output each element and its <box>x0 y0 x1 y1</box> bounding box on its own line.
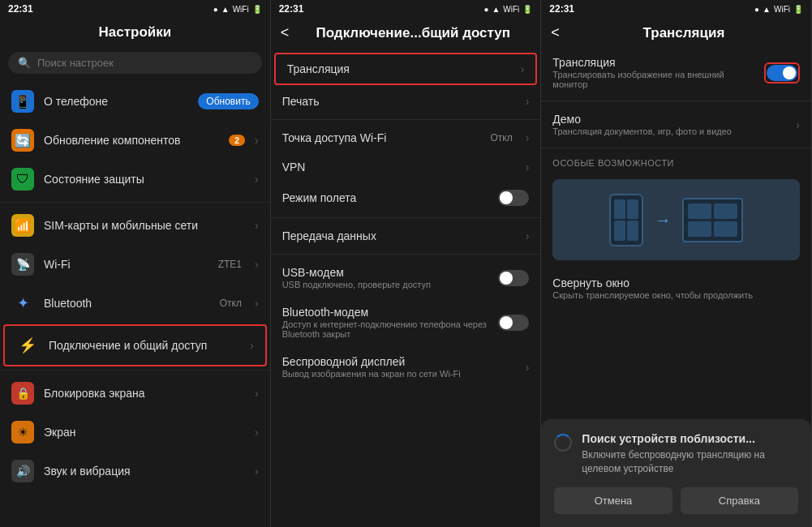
battery-icon: 🔋 <box>252 5 262 14</box>
connections-header: < Подключение...бщий доступ <box>271 18 541 48</box>
connections-item-print[interactable]: Печать › <box>271 87 541 116</box>
dialog-cancel-button[interactable]: Отмена <box>554 487 672 514</box>
settings-item-wifi[interactable]: 📡 Wi-Fi ZTE1 › <box>0 245 270 284</box>
phone-mock <box>609 194 643 246</box>
btmodem-label: Bluetooth-модем <box>282 306 489 319</box>
monitor-cell-1 <box>688 204 711 219</box>
connections-item-btmodem[interactable]: Bluetooth-модем Доступ к интернет-подклю… <box>271 298 541 347</box>
cast-chevron: › <box>521 62 525 75</box>
bluetooth-value: Откл <box>220 298 242 309</box>
update-button[interactable]: Обновить <box>198 93 258 109</box>
updates-badge: 2 <box>229 135 245 146</box>
panel-settings: 22:31 ● ▲ WiFi 🔋 Настройки 🔍 📱 О телефон… <box>0 0 271 527</box>
time-2: 22:31 <box>279 3 304 15</box>
vpn-label: VPN <box>282 161 516 174</box>
phone-cell-2 <box>627 199 638 220</box>
hotspot-chevron: › <box>526 131 530 144</box>
cast-shrink-item[interactable]: Свернуть окно Скрыть транслируемое окно,… <box>541 268 811 308</box>
airplane-toggle[interactable] <box>498 190 529 206</box>
connections-item-airplane[interactable]: Режим полета <box>271 182 541 214</box>
connections-item-usbmodem[interactable]: USB-модем USB подключено, проверьте дост… <box>271 258 541 298</box>
updates-chevron: › <box>255 134 259 147</box>
battery-icon-3: 🔋 <box>793 5 803 14</box>
security-label: Состояние защиты <box>44 173 245 186</box>
settings-item-bluetooth[interactable]: ✦ Bluetooth Откл › <box>0 284 270 323</box>
battery-icon-2: 🔋 <box>522 5 532 14</box>
settings-list: 📱 О телефоне Обновить 🔄 Обновление компо… <box>0 79 270 527</box>
settings-item-connections[interactable]: ⚡ Подключение и общий доступ › <box>3 324 267 366</box>
usbmodem-toggle[interactable] <box>498 270 529 286</box>
divider-p2-3 <box>271 254 541 255</box>
privacy-icon-2: ● <box>483 5 488 14</box>
sim-icon: 📶 <box>11 214 34 237</box>
wifi-status-icon-2: WiFi <box>503 5 519 14</box>
dialog-content: Поиск устройств поблизости... Включите б… <box>554 432 798 476</box>
status-icons-1: ● ▲ WiFi 🔋 <box>213 5 262 14</box>
wifi-value: ZTE1 <box>218 259 242 270</box>
panel-cast: 22:31 ● ▲ WiFi 🔋 < Трансляция Трансляция… <box>541 0 812 527</box>
lock-chevron: › <box>255 387 259 400</box>
divider-1 <box>0 202 270 203</box>
back-button-2[interactable]: < <box>281 24 290 41</box>
sound-chevron: › <box>255 465 259 478</box>
lock-icon: 🔒 <box>11 382 34 405</box>
cast-toggle[interactable] <box>767 65 797 81</box>
settings-header: Настройки <box>0 18 270 47</box>
settings-item-lock[interactable]: 🔒 Блокировка экрана › <box>0 374 270 413</box>
wifi-icon: 📡 <box>11 253 34 276</box>
signal-icon: ▲ <box>221 5 230 14</box>
status-icons-2: ● ▲ WiFi 🔋 <box>483 5 532 14</box>
settings-title: Настройки <box>10 24 260 41</box>
connections-item-hotspot[interactable]: Точка доступа Wi-Fi Откл › <box>271 123 541 152</box>
bluetooth-chevron: › <box>255 297 259 310</box>
cast-item-sublabel: Транслировать изображение на внешний мон… <box>552 70 754 89</box>
dialog-body: Включите беспроводную трансляцию на целе… <box>582 448 798 476</box>
cast-item-label: Трансляция <box>552 56 754 69</box>
divider-p2-2 <box>271 217 541 218</box>
cast-toggle-item[interactable]: Трансляция Транслировать изображение на … <box>541 48 811 97</box>
connections-item-cast[interactable]: Трансляция › <box>274 53 538 85</box>
back-button-3[interactable]: < <box>551 24 560 41</box>
connections-item-wireless[interactable]: Беспроводной дисплей Вывод изображения н… <box>271 347 541 387</box>
settings-item-security[interactable]: 🛡 Состояние защиты › <box>0 160 270 199</box>
usbmodem-sublabel: USB подключено, проверьте доступ <box>282 280 489 289</box>
updates-label: Обновление компонентов <box>44 134 219 147</box>
cast-header: < Трансляция <box>541 18 811 48</box>
updates-icon: 🔄 <box>11 129 34 152</box>
sim-chevron: › <box>255 219 259 232</box>
settings-item-sound[interactable]: 🔊 Звук и вибрация › <box>0 452 270 491</box>
wifi-label: Wi-Fi <box>44 258 208 271</box>
monitor-cell-2 <box>714 204 737 219</box>
phone-cell-4 <box>627 221 638 241</box>
divider-cast-1 <box>541 101 811 101</box>
search-bar[interactable]: 🔍 <box>8 52 262 74</box>
security-icon: 🛡 <box>11 168 34 191</box>
divider-p2-1 <box>271 119 541 120</box>
divider-2 <box>0 370 270 371</box>
settings-item-display[interactable]: ☀ Экран › <box>0 413 270 452</box>
cast-content: Трансляция Транслировать изображение на … <box>541 48 811 527</box>
monitor-cell-3 <box>688 221 711 237</box>
settings-item-about[interactable]: 📱 О телефоне Обновить <box>0 82 270 121</box>
time-3: 22:31 <box>549 3 574 15</box>
privacy-icon-3: ● <box>754 5 759 14</box>
connections-item-vpn[interactable]: VPN › <box>271 152 541 182</box>
search-icon: 🔍 <box>18 57 31 69</box>
phone-grid <box>614 199 638 241</box>
sound-icon: 🔊 <box>11 460 34 482</box>
btmodem-toggle[interactable] <box>498 315 529 331</box>
search-input[interactable] <box>37 57 252 69</box>
settings-item-updates[interactable]: 🔄 Обновление компонентов 2 › <box>0 121 270 160</box>
cast-title: Трансляция <box>566 25 801 41</box>
dialog-text: Поиск устройств поблизости... Включите б… <box>582 432 798 476</box>
panel-connections: 22:31 ● ▲ WiFi 🔋 < Подключение...бщий до… <box>271 0 542 527</box>
status-bar-2: 22:31 ● ▲ WiFi 🔋 <box>271 0 541 18</box>
display-chevron: › <box>255 426 259 439</box>
settings-item-sim[interactable]: 📶 SIM-карты и мобильные сети › <box>0 206 270 245</box>
search-dialog: Поиск устройств поблизости... Включите б… <box>541 419 811 527</box>
dialog-help-button[interactable]: Справка <box>681 487 798 514</box>
connections-item-datatransfer[interactable]: Передача данных › <box>271 221 541 251</box>
hotspot-label: Точка доступа Wi-Fi <box>282 131 481 144</box>
cast-demo-item[interactable]: Демо Трансляция документов, игр, фото и … <box>541 105 811 144</box>
phone-cell-1 <box>614 199 625 220</box>
